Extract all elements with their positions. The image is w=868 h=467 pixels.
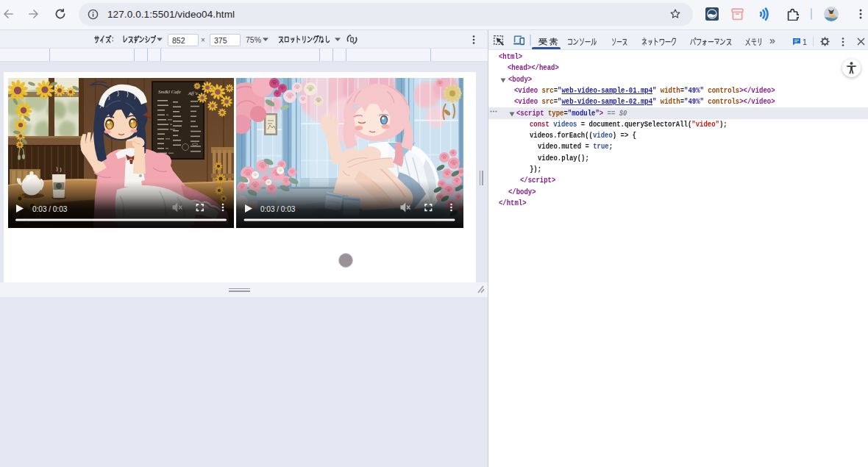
svg-text:Aff’e: Aff’e: [188, 90, 198, 96]
svg-text:0:03 / 0:03: 0:03 / 0:03: [32, 205, 68, 213]
svg-text:0:03 / 0:03: 0:03 / 0:03: [260, 205, 296, 213]
svg-text:Sm&l Cafe: Sm&l Cafe: [158, 89, 181, 95]
